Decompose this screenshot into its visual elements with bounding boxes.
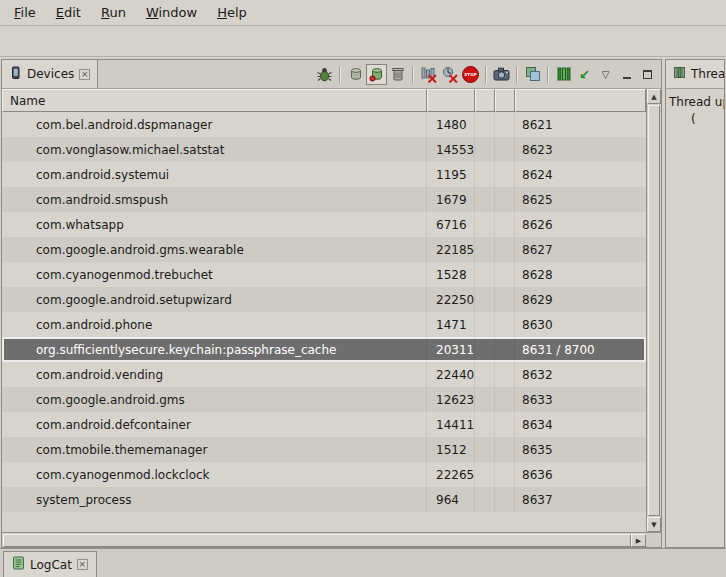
- cell-sp2: [495, 362, 515, 387]
- table-row[interactable]: com.whatsapp67168626: [2, 212, 646, 237]
- cell-sp1: [475, 162, 495, 187]
- table-row[interactable]: com.google.android.gms126238633: [2, 387, 646, 412]
- table-row[interactable]: com.android.defcontainer144118634: [2, 412, 646, 437]
- scroll-up-icon[interactable]: ▲: [647, 89, 661, 104]
- capture-view-icon[interactable]: [522, 64, 543, 85]
- toolbar-separator: [547, 66, 549, 83]
- cause-gc-icon[interactable]: [387, 64, 408, 85]
- tab-logcat[interactable]: LogCat ×: [3, 551, 97, 577]
- cell-sp1: [475, 462, 495, 487]
- scroll-right-icon[interactable]: ▶: [631, 534, 646, 547]
- cell-name: org.sufficientlysecure.keychain:passphra…: [2, 337, 427, 362]
- cell-sp2: [495, 287, 515, 312]
- cell-sp1: [475, 137, 495, 162]
- devices-tab-label: Devices: [27, 67, 74, 81]
- scroll-down-icon[interactable]: ▼: [647, 517, 661, 532]
- table-row[interactable]: com.cyanogenmod.lockclock222658636: [2, 462, 646, 487]
- cell-sp1: [475, 362, 495, 387]
- cell-sp2: [495, 462, 515, 487]
- menu-run[interactable]: Run: [91, 1, 136, 24]
- cell-port: 8625: [515, 187, 646, 212]
- profiling-arrow-icon[interactable]: ↙: [574, 64, 595, 85]
- cell-sp2: [495, 137, 515, 162]
- column-header-blank1[interactable]: [475, 89, 495, 112]
- toolbar-separator: [516, 66, 518, 83]
- close-icon[interactable]: ×: [79, 69, 90, 80]
- main-toolbar: [0, 26, 726, 57]
- maximize-icon[interactable]: [637, 64, 658, 85]
- minimize-icon[interactable]: [616, 64, 637, 85]
- table-row[interactable]: com.vonglasow.michael.satstat145538623: [2, 137, 646, 162]
- close-icon[interactable]: ×: [77, 559, 88, 570]
- cell-sp2: [495, 337, 515, 362]
- toolbar-separator: [339, 66, 341, 83]
- cell-name: com.android.defcontainer: [2, 412, 427, 437]
- menu-file[interactable]: File: [4, 1, 46, 24]
- screen-capture-icon[interactable]: [491, 64, 512, 85]
- vertical-scroll-thumb[interactable]: [648, 105, 660, 516]
- cell-port: 8631 / 8700: [515, 337, 646, 362]
- threads-message: Thread up (: [666, 89, 724, 133]
- horizontal-scrollbar[interactable]: ▶: [2, 532, 661, 547]
- cell-port: 8628: [515, 262, 646, 287]
- table-row[interactable]: com.google.android.gms.wearable221858627: [2, 237, 646, 262]
- table-row[interactable]: com.google.android.setupwizard222508629: [2, 287, 646, 312]
- cell-name: com.android.phone: [2, 312, 427, 337]
- cell-port: 8635: [515, 437, 646, 462]
- cell-pid: 1195: [427, 162, 475, 187]
- cell-sp2: [495, 437, 515, 462]
- cell-pid: 1480: [427, 112, 475, 137]
- menu-help[interactable]: Help: [207, 1, 257, 24]
- table-row[interactable]: com.android.smspush16798625: [2, 187, 646, 212]
- logcat-tab-icon: [12, 556, 25, 573]
- thread-updates-icon[interactable]: [553, 64, 574, 85]
- cell-sp2: [495, 187, 515, 212]
- column-header-port[interactable]: [515, 89, 646, 112]
- threads-panel: Threa Thread up (: [665, 59, 725, 548]
- threads-tab-label: Threa: [691, 67, 724, 81]
- horizontal-scroll-thumb[interactable]: [3, 534, 631, 547]
- cell-sp1: [475, 487, 495, 512]
- table-row[interactable]: com.tmobile.thememanager15128635: [2, 437, 646, 462]
- update-heap-icon[interactable]: [345, 64, 366, 85]
- debug-icon[interactable]: [314, 64, 335, 85]
- vertical-scrollbar[interactable]: ▲ ▼: [646, 89, 661, 532]
- menu-edit[interactable]: Edit: [46, 1, 91, 24]
- column-header-pid[interactable]: [427, 89, 475, 112]
- cell-pid: 1471: [427, 312, 475, 337]
- dump-hprof-icon[interactable]: [366, 64, 387, 85]
- update-threads-icon[interactable]: [418, 64, 439, 85]
- cell-name: com.google.android.setupwizard: [2, 287, 427, 312]
- cell-name: com.bel.android.dspmanager: [2, 112, 427, 137]
- column-header-blank2[interactable]: [495, 89, 515, 112]
- cell-port: 8629: [515, 287, 646, 312]
- cell-port: 8634: [515, 412, 646, 437]
- stop-process-icon[interactable]: STOP: [460, 64, 481, 85]
- table-row[interactable]: com.android.vending224408632: [2, 362, 646, 387]
- cell-pid: 1528: [427, 262, 475, 287]
- cell-name: system_process: [2, 487, 427, 512]
- table-row[interactable]: com.android.systemui11958624: [2, 162, 646, 187]
- view-menu-icon[interactable]: ▽: [595, 64, 616, 85]
- tab-threads[interactable]: Threa: [666, 60, 724, 88]
- tab-devices[interactable]: Devices ×: [2, 60, 98, 88]
- cell-sp2: [495, 237, 515, 262]
- table-row[interactable]: com.bel.android.dspmanager14808621: [2, 112, 646, 137]
- cell-sp1: [475, 387, 495, 412]
- device-table: Name com.bel.android.dspmanager14808621c…: [2, 89, 661, 532]
- cell-pid: 1512: [427, 437, 475, 462]
- main-area: Devices × STOP: [0, 57, 726, 548]
- column-header-name[interactable]: Name: [2, 89, 427, 112]
- cell-sp1: [475, 312, 495, 337]
- device-table-body: com.bel.android.dspmanager14808621com.vo…: [2, 112, 646, 532]
- menu-window[interactable]: Window: [136, 1, 207, 24]
- cell-name: com.google.android.gms.wearable: [2, 237, 427, 262]
- threads-tab-row: Threa: [666, 60, 724, 89]
- start-method-profiling-icon[interactable]: [439, 64, 460, 85]
- table-row[interactable]: com.cyanogenmod.trebuchet15288628: [2, 262, 646, 287]
- toolbar-separator: [485, 66, 487, 83]
- table-row[interactable]: com.android.phone14718630: [2, 312, 646, 337]
- table-row[interactable]: org.sufficientlysecure.keychain:passphra…: [2, 337, 646, 362]
- cell-pid: 964: [427, 487, 475, 512]
- table-row[interactable]: system_process9648637: [2, 487, 646, 512]
